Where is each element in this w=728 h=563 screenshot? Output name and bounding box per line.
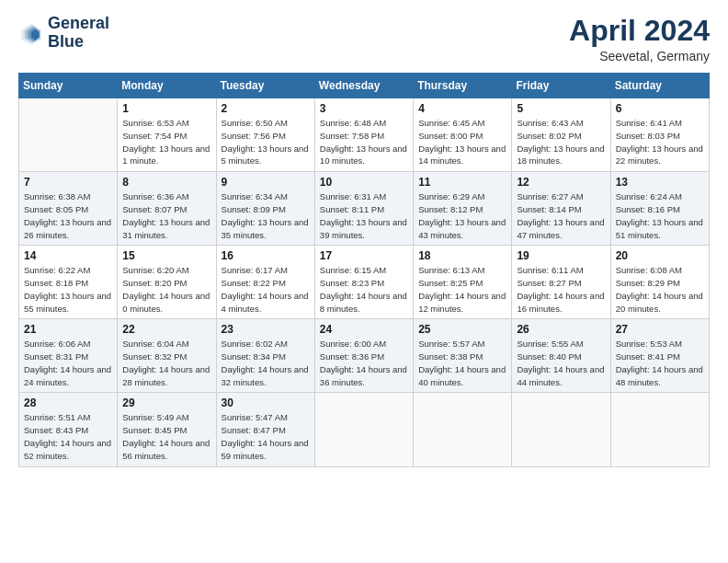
table-cell: 17 Sunrise: 6:15 AMSunset: 8:23 PMDaylig…: [314, 246, 413, 319]
day-info: Sunrise: 6:08 AMSunset: 8:29 PMDaylight:…: [616, 265, 703, 313]
col-sunday: Sunday: [19, 74, 118, 98]
calendar-subtitle: Seevetal, Germany: [569, 49, 710, 63]
day-info: Sunrise: 6:27 AMSunset: 8:14 PMDaylight:…: [517, 191, 604, 239]
header-row: Sunday Monday Tuesday Wednesday Thursday…: [19, 74, 710, 98]
table-cell: 1 Sunrise: 6:53 AMSunset: 7:54 PMDayligh…: [118, 98, 216, 172]
day-number: 21: [24, 323, 112, 336]
table-cell: 2 Sunrise: 6:50 AMSunset: 7:56 PMDayligh…: [216, 98, 314, 172]
table-cell: 8 Sunrise: 6:36 AMSunset: 8:07 PMDayligh…: [118, 172, 216, 246]
day-info: Sunrise: 5:53 AMSunset: 8:41 PMDaylight:…: [616, 339, 703, 386]
day-number: 6: [616, 102, 704, 115]
table-cell: 5 Sunrise: 6:43 AMSunset: 8:02 PMDayligh…: [512, 98, 610, 172]
day-info: Sunrise: 6:06 AMSunset: 8:31 PMDaylight:…: [24, 339, 111, 386]
table-cell: [610, 393, 709, 466]
col-tuesday: Tuesday: [216, 74, 314, 98]
col-wednesday: Wednesday: [314, 74, 413, 98]
day-number: 25: [418, 323, 506, 336]
day-number: 27: [616, 323, 704, 336]
table-cell: 28 Sunrise: 5:51 AMSunset: 8:43 PMDaylig…: [19, 393, 118, 466]
logo-icon: [18, 20, 44, 46]
table-cell: 21 Sunrise: 6:06 AMSunset: 8:31 PMDaylig…: [19, 319, 118, 393]
table-cell: 11 Sunrise: 6:29 AMSunset: 8:12 PMDaylig…: [414, 172, 512, 246]
table-cell: 29 Sunrise: 5:49 AMSunset: 8:45 PMDaylig…: [118, 393, 216, 466]
day-number: 24: [320, 323, 408, 336]
table-cell: 3 Sunrise: 6:48 AMSunset: 7:58 PMDayligh…: [314, 98, 413, 172]
header: General Blue April 2024 Seevetal, German…: [18, 15, 710, 63]
logo-text: General Blue: [48, 15, 109, 52]
day-info: Sunrise: 6:50 AMSunset: 7:56 PMDaylight:…: [222, 118, 309, 166]
table-cell: 7 Sunrise: 6:38 AMSunset: 8:05 PMDayligh…: [19, 172, 118, 246]
day-info: Sunrise: 6:29 AMSunset: 8:12 PMDaylight:…: [418, 191, 506, 239]
day-number: 2: [222, 102, 310, 115]
col-thursday: Thursday: [414, 74, 512, 98]
day-info: Sunrise: 6:53 AMSunset: 7:54 PMDaylight:…: [122, 118, 210, 166]
table-cell: 15 Sunrise: 6:20 AMSunset: 8:20 PMDaylig…: [118, 246, 216, 319]
logo: General Blue: [18, 15, 109, 52]
day-number: 30: [222, 396, 310, 409]
day-number: 11: [418, 176, 506, 189]
table-row: 7 Sunrise: 6:38 AMSunset: 8:05 PMDayligh…: [19, 172, 710, 246]
day-info: Sunrise: 6:02 AMSunset: 8:34 PMDaylight:…: [222, 339, 309, 386]
day-number: 13: [616, 176, 704, 189]
day-number: 17: [320, 249, 408, 262]
day-info: Sunrise: 5:57 AMSunset: 8:38 PMDaylight:…: [418, 339, 506, 386]
logo-line1: General: [48, 15, 109, 33]
day-info: Sunrise: 6:48 AMSunset: 7:58 PMDaylight:…: [320, 118, 407, 166]
day-number: 16: [222, 249, 310, 262]
day-number: 15: [122, 249, 210, 262]
table-cell: [19, 98, 118, 172]
day-info: Sunrise: 6:04 AMSunset: 8:32 PMDaylight:…: [122, 339, 210, 386]
table-cell: 18 Sunrise: 6:13 AMSunset: 8:25 PMDaylig…: [414, 246, 512, 319]
day-number: 12: [517, 176, 605, 189]
day-info: Sunrise: 6:00 AMSunset: 8:36 PMDaylight:…: [320, 339, 407, 386]
col-saturday: Saturday: [610, 74, 709, 98]
calendar-table: Sunday Monday Tuesday Wednesday Thursday…: [18, 73, 710, 466]
table-row: 1 Sunrise: 6:53 AMSunset: 7:54 PMDayligh…: [19, 98, 710, 172]
day-info: Sunrise: 6:38 AMSunset: 8:05 PMDaylight:…: [24, 191, 111, 239]
day-number: 5: [517, 102, 605, 115]
day-info: Sunrise: 6:17 AMSunset: 8:22 PMDaylight:…: [222, 265, 309, 313]
day-info: Sunrise: 6:15 AMSunset: 8:23 PMDaylight:…: [320, 265, 407, 313]
day-info: Sunrise: 6:45 AMSunset: 8:00 PMDaylight:…: [418, 118, 506, 166]
table-cell: 6 Sunrise: 6:41 AMSunset: 8:03 PMDayligh…: [610, 98, 709, 172]
day-info: Sunrise: 6:41 AMSunset: 8:03 PMDaylight:…: [616, 118, 703, 166]
day-number: 23: [222, 323, 310, 336]
table-cell: 9 Sunrise: 6:34 AMSunset: 8:09 PMDayligh…: [216, 172, 314, 246]
day-info: Sunrise: 5:55 AMSunset: 8:40 PMDaylight:…: [517, 339, 604, 386]
table-cell: 16 Sunrise: 6:17 AMSunset: 8:22 PMDaylig…: [216, 246, 314, 319]
day-info: Sunrise: 6:36 AMSunset: 8:07 PMDaylight:…: [122, 191, 210, 239]
table-row: 21 Sunrise: 6:06 AMSunset: 8:31 PMDaylig…: [19, 319, 710, 393]
day-number: 14: [24, 249, 112, 262]
day-number: 26: [517, 323, 605, 336]
day-number: 9: [222, 176, 310, 189]
table-cell: [314, 393, 413, 466]
day-info: Sunrise: 6:20 AMSunset: 8:20 PMDaylight:…: [122, 265, 210, 313]
table-cell: 24 Sunrise: 6:00 AMSunset: 8:36 PMDaylig…: [314, 319, 413, 393]
day-number: 1: [122, 102, 210, 115]
day-info: Sunrise: 5:49 AMSunset: 8:45 PMDaylight:…: [122, 412, 210, 460]
logo-line2: Blue: [48, 33, 109, 52]
table-cell: 26 Sunrise: 5:55 AMSunset: 8:40 PMDaylig…: [512, 319, 610, 393]
day-info: Sunrise: 6:34 AMSunset: 8:09 PMDaylight:…: [222, 191, 309, 239]
day-number: 10: [320, 176, 408, 189]
day-info: Sunrise: 6:22 AMSunset: 8:18 PMDaylight:…: [24, 265, 111, 313]
day-number: 19: [517, 249, 605, 262]
day-number: 7: [24, 176, 112, 189]
day-info: Sunrise: 6:31 AMSunset: 8:11 PMDaylight:…: [320, 191, 407, 239]
col-monday: Monday: [118, 74, 216, 98]
day-number: 20: [616, 249, 704, 262]
table-cell: 23 Sunrise: 6:02 AMSunset: 8:34 PMDaylig…: [216, 319, 314, 393]
day-info: Sunrise: 6:13 AMSunset: 8:25 PMDaylight:…: [418, 265, 506, 313]
day-info: Sunrise: 5:51 AMSunset: 8:43 PMDaylight:…: [24, 412, 111, 460]
table-cell: 19 Sunrise: 6:11 AMSunset: 8:27 PMDaylig…: [512, 246, 610, 319]
table-cell: 22 Sunrise: 6:04 AMSunset: 8:32 PMDaylig…: [118, 319, 216, 393]
table-cell: 20 Sunrise: 6:08 AMSunset: 8:29 PMDaylig…: [610, 246, 709, 319]
table-cell: 27 Sunrise: 5:53 AMSunset: 8:41 PMDaylig…: [610, 319, 709, 393]
col-friday: Friday: [512, 74, 610, 98]
table-cell: [414, 393, 512, 466]
table-cell: 10 Sunrise: 6:31 AMSunset: 8:11 PMDaylig…: [314, 172, 413, 246]
table-cell: 25 Sunrise: 5:57 AMSunset: 8:38 PMDaylig…: [414, 319, 512, 393]
page: General Blue April 2024 Seevetal, German…: [0, 0, 728, 563]
day-number: 3: [320, 102, 408, 115]
day-number: 28: [24, 396, 112, 409]
